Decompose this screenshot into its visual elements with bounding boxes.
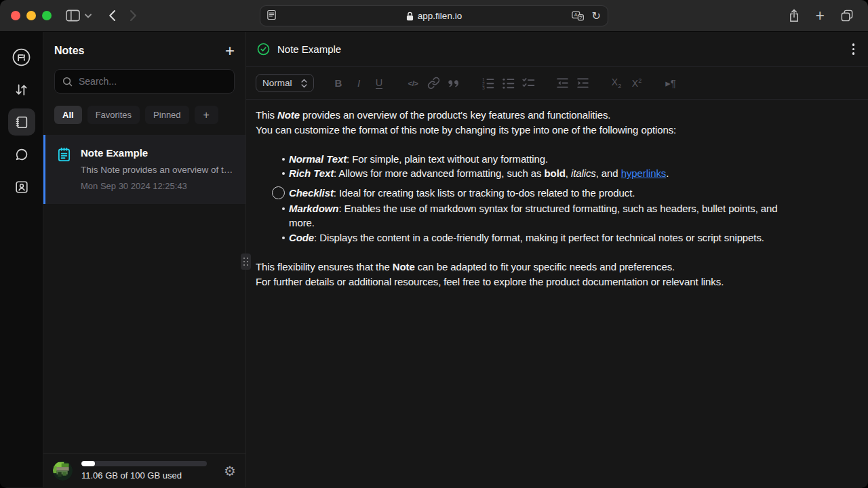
note-item-preview: This Note provides an overview of the pr… [81, 163, 236, 177]
text-segment: more. [289, 217, 315, 228]
checklist-button[interactable] [519, 74, 538, 93]
text-segment: Code [289, 232, 314, 243]
text-segment: Rich Text [289, 167, 334, 179]
svg-text:A: A [574, 12, 577, 18]
note-block-bullet: Normal Text: For simple, plain text with… [256, 152, 857, 167]
text-segment: : Ideal for creating task lists or track… [334, 187, 635, 199]
checklist-checkbox[interactable] [272, 186, 285, 199]
note-block-p: For further details or additional resour… [256, 274, 857, 289]
forward-button[interactable] [130, 9, 137, 22]
note-item-date: Mon Sep 30 2024 12:25:43 [81, 180, 236, 193]
paragraph-direction-button[interactable]: ▸¶ [661, 74, 680, 93]
note-menu-icon[interactable] [850, 41, 858, 58]
toolbar-group: </> [403, 74, 463, 93]
text-segment: provides an overview of the product's ke… [300, 109, 610, 121]
window-controls [11, 11, 52, 20]
translate-icon[interactable]: A [572, 11, 584, 21]
zoom-button[interactable] [42, 11, 52, 20]
text-segment: For further details or additional resour… [256, 276, 724, 287]
sidebar-toggle-icon[interactable] [66, 9, 80, 22]
browser-window: app.filen.io A ↻ + [0, 0, 868, 488]
filen-logo-icon [12, 48, 31, 66]
avatar[interactable] [53, 461, 73, 481]
new-note-button[interactable]: + [225, 43, 235, 59]
search-input[interactable] [79, 76, 226, 87]
back-button[interactable] [108, 9, 116, 22]
address-bar[interactable]: app.filen.io A ↻ [260, 5, 608, 26]
storage-text: 11.06 GB of 100 GB used [81, 470, 224, 481]
bullet-marker [282, 207, 285, 210]
superscript-button[interactable]: X2 [627, 74, 646, 93]
panel-resize-handle[interactable] [241, 253, 251, 270]
app-rail [0, 32, 43, 487]
note-block-bullet: Markdown: Enables the use of markdown sy… [256, 201, 857, 230]
indent-button[interactable] [573, 74, 592, 93]
note-list-item[interactable]: Note Example This Note provides an overv… [43, 135, 245, 204]
text-segment: Note [393, 261, 415, 272]
storage-progress-bar [81, 461, 207, 466]
quote-button[interactable] [444, 74, 463, 93]
sidebar-item-contacts[interactable] [8, 174, 35, 201]
note-block-p: This Note provides an overview of the pr… [256, 108, 857, 123]
text-segment: italics [571, 167, 596, 179]
note-editor-pane: Note Example Normal BIU</>123X2X2▸¶ This… [246, 32, 868, 487]
text-segment: : For simple, plain text without any for… [347, 153, 548, 165]
toolbar-group: BIU [329, 74, 389, 93]
sidebar-item-filen-logo[interactable] [8, 43, 35, 70]
sidebar-item-chats[interactable] [8, 141, 35, 168]
reload-icon[interactable]: ↻ [592, 11, 601, 22]
subscript-button[interactable]: X2 [607, 74, 626, 93]
text-segment: This flexibility ensures that the [256, 261, 393, 272]
toolbar-group [553, 74, 592, 93]
text-segment: : Enables the use of markdown syntax for… [338, 203, 777, 214]
hyperlink[interactable]: hyperlinks [621, 167, 667, 179]
svg-text:3: 3 [482, 85, 485, 89]
add-filter-button[interactable]: + [195, 106, 218, 124]
reader-view-icon[interactable] [267, 9, 276, 23]
note-block-bullet: Rich Text: Allows for more advanced form… [256, 166, 857, 181]
text-segment: This [256, 109, 277, 121]
minimize-button[interactable] [26, 11, 36, 20]
bullet-list-button[interactable] [498, 74, 517, 93]
toolbar-group: ▸¶ [661, 74, 680, 93]
sidebar-item-notes[interactable] [8, 108, 35, 136]
text-segment: : Displays the content in a code-friendl… [314, 232, 764, 243]
underline-button[interactable]: U [370, 74, 389, 93]
link-button[interactable] [424, 74, 443, 93]
text-segment: bold [545, 167, 566, 179]
ordered-list-button[interactable]: 123 [478, 74, 497, 93]
gear-icon[interactable]: ⚙ [224, 464, 236, 478]
check-circle-icon[interactable] [257, 43, 270, 56]
transfers-icon [14, 82, 29, 98]
bullet-marker [282, 158, 285, 161]
code-button[interactable]: </> [403, 74, 422, 93]
close-button[interactable] [11, 11, 20, 20]
block-type-select[interactable]: Normal [256, 74, 314, 92]
bold-button[interactable]: B [329, 74, 348, 93]
share-icon[interactable] [789, 9, 800, 22]
sidebar-item-transfers[interactable] [8, 76, 35, 103]
storage-footer: 11.06 GB of 100 GB used ⚙ [43, 453, 245, 487]
note-block-check: Checklist: Ideal for creating task lists… [256, 186, 857, 201]
new-tab-icon[interactable]: + [816, 8, 825, 24]
italic-button[interactable]: I [349, 74, 368, 93]
note-block-p: You can customize the format of this not… [256, 123, 857, 138]
text-segment: : Allows for more advanced formatting, s… [334, 167, 544, 179]
outdent-button[interactable] [553, 74, 572, 93]
tab-overview-icon[interactable] [841, 9, 853, 22]
note-block-p: This flexibility ensures that the Note c… [256, 260, 857, 274]
bullet-marker [282, 237, 285, 239]
chevron-down-icon[interactable] [85, 14, 92, 18]
browser-titlebar: app.filen.io A ↻ + [0, 0, 868, 32]
filter-favorites[interactable]: Favorites [87, 106, 140, 124]
contacts-icon [14, 180, 29, 195]
text-segment: , and [596, 167, 621, 179]
toolbar-group: 123 [478, 74, 538, 93]
editor-toolbar: Normal BIU</>123X2X2▸¶ [246, 67, 868, 100]
lock-icon [406, 12, 414, 21]
note-icon [57, 147, 71, 193]
search-field[interactable] [54, 69, 235, 94]
filter-all[interactable]: All [54, 106, 82, 124]
filter-pinned[interactable]: Pinned [145, 106, 189, 124]
note-content[interactable]: This Note provides an overview of the pr… [246, 100, 868, 487]
